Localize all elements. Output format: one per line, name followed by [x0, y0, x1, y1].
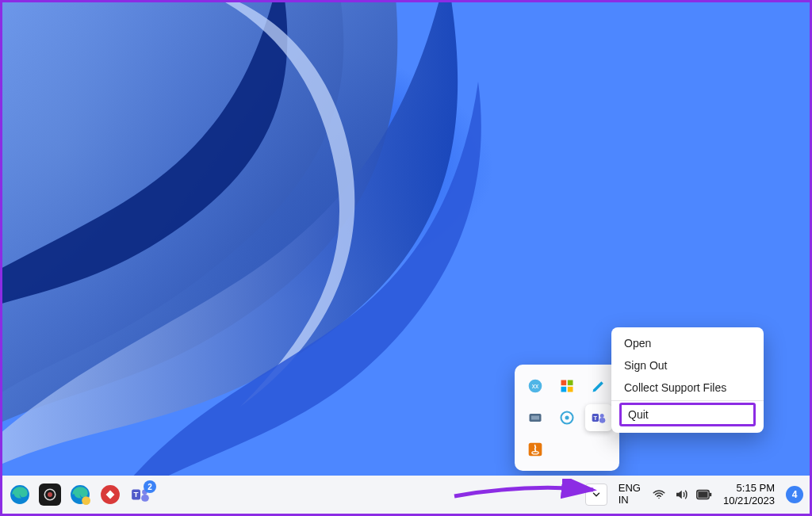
svg-rect-5: [568, 387, 573, 392]
menu-open[interactable]: Open: [611, 332, 764, 354]
tray-flyout: xx T: [515, 365, 619, 471]
taskbar-right: ENG IN 5:15 PM 10/21/2023 4: [585, 482, 803, 506]
menu-quit[interactable]: Quit: [619, 403, 756, 426]
windows-security-tray-icon[interactable]: [553, 373, 580, 399]
svg-rect-3: [568, 380, 573, 386]
volume-icon[interactable]: [674, 487, 688, 502]
svg-point-9: [565, 416, 569, 420]
teams-tray-icon[interactable]: T: [585, 404, 612, 431]
clock-time: 5:15 PM: [723, 482, 775, 495]
taskbar-clock[interactable]: 5:15 PM 10/21/2023: [723, 482, 775, 506]
chat-tray-icon[interactable]: xx: [522, 373, 549, 399]
safely-remove-tray-icon[interactable]: [522, 404, 549, 431]
svg-rect-25: [141, 495, 149, 502]
svg-rect-27: [698, 491, 707, 498]
svg-text:T: T: [594, 415, 598, 422]
svg-rect-7: [531, 416, 539, 420]
taskbar-pinned-apps: T 2: [9, 484, 151, 506]
teams-taskbar-icon[interactable]: T 2: [129, 484, 151, 506]
driver-tray-icon[interactable]: [553, 404, 580, 431]
pen-tray-icon[interactable]: [585, 373, 612, 399]
svg-rect-2: [561, 380, 567, 386]
tray-overflow-button[interactable]: [585, 484, 607, 506]
teams-notification-badge: 2: [144, 480, 156, 493]
svg-point-20: [82, 496, 90, 505]
action-center-badge[interactable]: 4: [786, 486, 803, 503]
svg-rect-4: [561, 387, 567, 392]
menu-collect-support-files[interactable]: Collect Support Files: [611, 376, 764, 399]
edge-taskbar-icon[interactable]: [9, 484, 31, 506]
edge-profile-taskbar-icon[interactable]: [69, 484, 91, 506]
menu-sign-out[interactable]: Sign Out: [611, 354, 764, 376]
svg-rect-13: [599, 418, 606, 423]
taskbar: T 2 ENG IN 5:15 PM 10/21/2023 4: [2, 476, 810, 514]
menu-separator: [611, 400, 764, 401]
teams-context-menu: Open Sign Out Collect Support Files Quit: [611, 327, 764, 433]
svg-rect-28: [710, 493, 711, 497]
svg-point-12: [600, 414, 604, 418]
svg-text:T: T: [134, 490, 139, 499]
language-indicator[interactable]: ENG IN: [619, 483, 641, 506]
svg-point-18: [48, 492, 52, 497]
windows11-bloom: [2, 2, 557, 476]
wifi-icon[interactable]: [652, 487, 666, 502]
clock-date: 10/21/2023: [723, 495, 775, 507]
java-tray-icon[interactable]: [522, 436, 549, 463]
language-line1: ENG: [619, 483, 641, 495]
language-line2: IN: [619, 495, 641, 506]
battery-icon[interactable]: [696, 489, 712, 500]
chevron-down-icon: [591, 489, 602, 500]
obs-taskbar-icon[interactable]: [39, 484, 61, 506]
svg-text:xx: xx: [532, 382, 539, 390]
nordpass-taskbar-icon[interactable]: [99, 484, 121, 506]
